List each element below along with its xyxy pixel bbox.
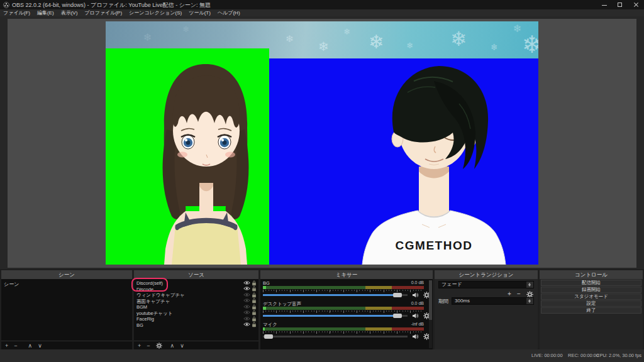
meter-scale-ticks <box>263 290 424 292</box>
start-recording-button[interactable]: 録画開始 <box>541 287 641 293</box>
lock-icon[interactable] <box>252 280 257 286</box>
transitions-panel-header[interactable]: シーントランジション <box>435 270 538 279</box>
mixer-panel-header[interactable]: ミキサー <box>260 270 433 279</box>
controls-panel: コントロール 配信開始 録画開始 スタジオモード 設定 終了 <box>540 270 643 349</box>
move-source-down-button[interactable]: ∨ <box>180 343 184 349</box>
exit-button[interactable]: 終了 <box>541 307 641 314</box>
remove-transition-button[interactable]: − <box>517 290 521 297</box>
eye-off-icon[interactable] <box>243 292 250 297</box>
lock-icon[interactable] <box>252 286 257 292</box>
start-streaming-button[interactable]: 配信開始 <box>541 280 641 286</box>
add-source-button[interactable]: + <box>138 343 141 349</box>
eye-off-icon[interactable] <box>243 304 250 309</box>
snowflake-icon: ❄ <box>513 24 521 34</box>
source-row[interactable]: ウィンドウキャプチャ <box>134 292 258 298</box>
menu-help[interactable]: ヘルプ(H) <box>218 9 240 16</box>
eye-off-icon[interactable] <box>243 298 250 303</box>
move-scene-up-button[interactable]: ∧ <box>28 343 33 349</box>
add-transition-button[interactable]: + <box>508 290 511 297</box>
duration-input[interactable]: 300ms <box>452 297 534 305</box>
speaker-icon[interactable] <box>412 313 419 319</box>
dock-area: シーン シーン + − ∧ ∨ ソース Discord(self) <box>0 269 644 349</box>
lock-icon[interactable] <box>252 292 257 298</box>
add-scene-button[interactable]: + <box>5 343 8 349</box>
snowflake-icon: ❄ <box>369 33 384 52</box>
eye-off-icon[interactable] <box>243 316 250 321</box>
move-source-up-button[interactable]: ∧ <box>170 343 175 349</box>
source-row[interactable]: BG <box>134 322 258 328</box>
remove-source-button[interactable]: − <box>147 343 150 349</box>
lock-icon[interactable] <box>252 322 257 327</box>
transitions-body: フェード + − 期間 300ms <box>435 279 538 349</box>
mixer-volume-db: -inf dB <box>411 322 424 326</box>
source-properties-gear-icon[interactable] <box>156 343 162 349</box>
volume-slider[interactable] <box>263 334 408 339</box>
close-button[interactable] <box>629 0 643 9</box>
snowflake-icon: ❄ <box>182 25 189 33</box>
controls-panel-header[interactable]: コントロール <box>540 270 643 279</box>
menu-edit[interactable]: 編集(E) <box>37 9 54 16</box>
eye-icon[interactable] <box>243 322 250 327</box>
studio-mode-button[interactable]: スタジオモード <box>541 293 641 300</box>
source-row[interactable]: 画面キャプチャ <box>134 298 258 304</box>
minimize-icon <box>602 5 607 6</box>
transition-select[interactable]: フェード <box>438 281 534 288</box>
mixer-body: BG 0.0 dB デスクトップ音声 0.0 dB <box>260 279 433 349</box>
mixer-scrollbar[interactable] <box>429 280 432 348</box>
menu-scene-collection[interactable]: シーンコレクション(S) <box>129 9 182 16</box>
maximize-button[interactable] <box>613 0 627 9</box>
select-spinner[interactable] <box>526 282 533 288</box>
minimize-button[interactable] <box>597 0 611 9</box>
snowflake-icon: ❄ <box>522 33 538 57</box>
cpu-fps-status: CPU: 2.0%, 30.00 fps <box>596 353 641 358</box>
volume-slider-handle[interactable] <box>264 334 273 339</box>
preview-area: ❄ ❄ ❄ ❄ ❄ ❄ ❄ ❄ ❄ ❄ ❄ <box>0 16 644 269</box>
source-row[interactable]: FaceRig <box>134 315 258 322</box>
eye-icon[interactable] <box>243 280 250 285</box>
volume-slider-handle[interactable] <box>393 314 402 318</box>
transitions-panel: シーントランジション フェード + − 期間 300ms <box>435 270 538 349</box>
scenes-list[interactable]: シーン + − ∧ ∨ <box>1 279 132 349</box>
snowflake-icon: ❄ <box>143 33 152 43</box>
volume-slider-handle[interactable] <box>393 293 402 297</box>
speaker-icon[interactable] <box>412 292 419 298</box>
status-bar: LIVE: 00:00:00 REC: 00:00:00 CPU: 2.0%, … <box>0 349 644 362</box>
girl-avatar-illustration <box>148 60 267 265</box>
menu-tools[interactable]: ツール(T) <box>189 9 211 16</box>
lock-icon[interactable] <box>252 316 257 322</box>
scene-row[interactable]: シーン <box>1 280 132 287</box>
remove-scene-button[interactable]: − <box>14 343 17 349</box>
snowflake-icon: ❄ <box>318 40 329 53</box>
speaker-icon[interactable] <box>412 334 419 339</box>
volume-slider[interactable] <box>263 293 408 297</box>
duration-value: 300ms <box>455 298 470 304</box>
lock-icon[interactable] <box>252 304 257 310</box>
meter-scale-ticks <box>263 310 424 313</box>
title-bar[interactable]: OBS 22.0.2 (64-bit, windows) - プロファイル: Y… <box>0 0 644 9</box>
settings-button[interactable]: 設定 <box>541 300 641 307</box>
volume-slider[interactable] <box>263 314 408 318</box>
menu-profile[interactable]: プロファイル(P) <box>84 9 122 16</box>
source-row[interactable]: BGM <box>134 304 258 310</box>
eye-icon[interactable] <box>243 286 250 291</box>
move-scene-down-button[interactable]: ∨ <box>38 343 42 349</box>
greenscreen-camera-source[interactable] <box>106 48 269 265</box>
controls-body: 配信開始 録画開始 スタジオモード 設定 終了 <box>540 279 643 349</box>
video-canvas[interactable]: ❄ ❄ ❄ ❄ ❄ ❄ ❄ ❄ ❄ ❄ ❄ <box>8 19 636 268</box>
eye-off-icon[interactable] <box>243 310 250 315</box>
menu-view[interactable]: 表示(V) <box>61 9 78 16</box>
facerig-avatar-source[interactable]: CGMETHOD <box>269 58 538 265</box>
duration-spinner[interactable] <box>526 298 533 304</box>
snowflake-icon: ❄ <box>406 41 413 50</box>
source-row[interactable]: youtubeチャット <box>134 310 258 316</box>
menu-file[interactable]: ファイル(F) <box>3 9 30 16</box>
obs-window: OBS 22.0.2 (64-bit, windows) - プロファイル: Y… <box>0 0 644 362</box>
lock-icon[interactable] <box>252 310 257 315</box>
snowflake-icon: ❄ <box>286 34 294 43</box>
scenes-panel: シーン シーン + − ∧ ∨ <box>1 270 132 349</box>
duration-label: 期間 <box>438 298 448 305</box>
scenes-panel-header[interactable]: シーン <box>1 270 132 279</box>
lock-icon[interactable] <box>252 298 257 304</box>
transition-selected-value: フェード <box>441 282 462 287</box>
snowflake-icon: ❄ <box>450 29 467 49</box>
